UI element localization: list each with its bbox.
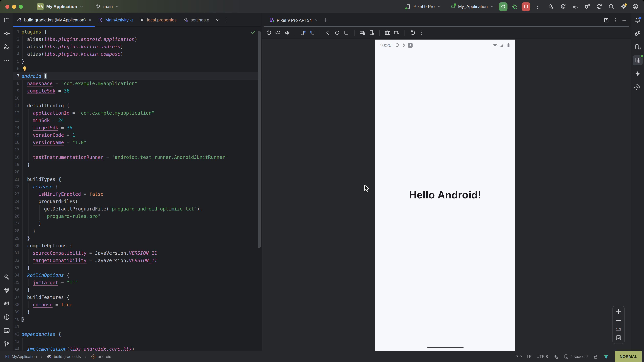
emulator-snapshot-reset-icon[interactable] <box>410 29 416 36</box>
emulator-device-settings-icon[interactable] <box>368 29 375 36</box>
emulator-nav-back-icon[interactable] <box>325 29 332 36</box>
code-line-27[interactable]: 27 ) <box>14 220 261 227</box>
run-configuration-selector[interactable]: My_Application <box>448 2 496 11</box>
unlocked-icon[interactable] <box>593 354 598 359</box>
tool-notifications-bell-icon[interactable] <box>634 17 641 23</box>
apply-code-icon[interactable] <box>572 3 578 10</box>
zoom-in-button[interactable] <box>613 308 624 316</box>
code-line-40[interactable]: 40} <box>14 316 261 323</box>
code-line-14[interactable]: 14 targetSdk = 36 <box>14 124 261 131</box>
maximize-window-button[interactable] <box>19 4 23 8</box>
tool-terminal-icon[interactable] <box>3 327 10 334</box>
emulator-rotate-right-icon[interactable] <box>309 29 315 36</box>
caret-position[interactable]: 7:9 <box>516 354 522 359</box>
code-line-18[interactable]: 18 testInstrumentationRunner = "androidx… <box>14 153 261 161</box>
code-line-1[interactable]: 1plugins { <box>14 28 261 35</box>
code-line-42[interactable]: 42dependencies { <box>14 331 261 338</box>
emulator-power-icon[interactable] <box>266 29 272 36</box>
code-line-15[interactable]: 15 versionCode = 1 <box>14 131 261 139</box>
more-vertical-icon[interactable] <box>612 17 618 23</box>
editor-scrollbar[interactable] <box>258 31 260 248</box>
code-line-43[interactable]: 43 <box>14 338 261 345</box>
code-line-35[interactable]: 35 jvmTarget = "11" <box>14 279 261 286</box>
code-line-16[interactable]: 16 versionName = "1.0" <box>14 139 261 146</box>
stop-button[interactable] <box>522 2 530 11</box>
attach-debugger-icon[interactable] <box>584 3 590 10</box>
hide-icon[interactable] <box>622 17 627 23</box>
editor-tab-build.gradle.kts[interactable]: Kbuild.gradle.kts (My Application)× <box>14 13 94 26</box>
indent-setting[interactable]: 2 spaces* <box>563 354 588 359</box>
project-widget[interactable]: MA My Application <box>35 2 86 11</box>
emulator-screenshot-icon[interactable] <box>384 29 391 36</box>
code-area[interactable]: 1plugins {2 alias(libs.plugins.android.a… <box>14 28 261 351</box>
more-run-options-button[interactable] <box>533 2 542 11</box>
code-line-5[interactable]: 5} <box>14 58 261 65</box>
build-hammer-icon[interactable] <box>548 3 554 10</box>
emulator-nav-home-icon[interactable] <box>334 29 340 36</box>
code-line-10[interactable]: 10 <box>14 94 261 102</box>
close-window-button[interactable] <box>5 4 10 8</box>
settings-gear-icon[interactable] <box>620 3 626 10</box>
code-line-36[interactable]: 36 } <box>14 286 261 294</box>
emulator-more-vertical-icon[interactable] <box>418 29 425 36</box>
code-line-29[interactable]: 29 } <box>14 235 261 242</box>
code-line-33[interactable]: 33 } <box>14 264 261 272</box>
rerun-button[interactable] <box>499 2 508 11</box>
device-selector[interactable]: Pixel 9 Pro <box>404 2 443 11</box>
code-line-44[interactable]: 44 implementation(libs.androidx.core.ktx… <box>14 345 261 351</box>
emulator-volume-down-icon[interactable] <box>284 29 290 36</box>
zoom-out-button[interactable] <box>613 317 624 324</box>
breadcrumb-item[interactable]: build.gradle.kts <box>54 354 81 359</box>
gesture-navigation-bar[interactable] <box>427 347 464 348</box>
emulator-rotate-left-icon[interactable] <box>300 29 306 36</box>
minimize-window-button[interactable] <box>12 4 16 8</box>
vcs-branch-widget[interactable]: main <box>94 2 121 11</box>
add-device-tab-button[interactable] <box>323 17 329 23</box>
code-line-41[interactable]: 41 <box>14 323 261 331</box>
close-device-tab-icon[interactable]: × <box>315 17 318 23</box>
sync-gradle-icon[interactable] <box>596 3 602 10</box>
tool-more-horizontal-icon[interactable] <box>3 57 10 64</box>
code-line-6[interactable]: 6 <box>14 65 261 72</box>
code-line-12[interactable]: 12 applicationId = "com.example.myapplic… <box>14 109 261 117</box>
tool-problems-icon[interactable] <box>3 314 10 321</box>
code-editor[interactable]: 1plugins {2 alias(libs.plugins.android.a… <box>14 27 261 351</box>
tool-gem-icon[interactable] <box>3 287 10 294</box>
ai-spark-off-icon[interactable] <box>553 354 558 359</box>
code-line-19[interactable]: 19 } <box>14 161 261 168</box>
editor-tab-local.properties[interactable]: local.properties <box>136 13 180 26</box>
vim-plugin-icon[interactable] <box>604 354 609 359</box>
breadcrumb-item[interactable]: android <box>98 354 111 359</box>
code-line-9[interactable]: 9 compileSdk = 36 <box>14 87 261 94</box>
apply-changes-icon[interactable]: A <box>560 3 566 10</box>
code-line-26[interactable]: 26 "proguard-rules.pro" <box>14 213 261 220</box>
open-in-window-icon[interactable] <box>604 17 609 23</box>
tool-git-branch-icon[interactable] <box>3 341 10 347</box>
editor-tab-settings.g[interactable]: Ksettings.g <box>180 13 213 26</box>
code-line-23[interactable]: 23 isMinifyEnabled = false <box>14 190 261 198</box>
emulator-input-devices-icon[interactable] <box>359 29 366 36</box>
tool-commit-icon[interactable] <box>3 30 10 37</box>
code-line-8[interactable]: 8 namespace = "com.example.myapplication… <box>14 80 261 87</box>
device-tab[interactable]: Pixel 9 Pro API 34 × <box>266 17 321 23</box>
inspections-ok-icon[interactable] <box>250 29 256 35</box>
code-line-4[interactable]: 4 alias(libs.plugins.kotlin.compose) <box>14 50 261 58</box>
tool-logcat-cat-icon[interactable] <box>3 300 10 307</box>
emulator-nav-overview-icon[interactable] <box>343 29 350 36</box>
code-line-20[interactable]: 20 <box>14 168 261 176</box>
code-line-17[interactable]: 17 <box>14 146 261 153</box>
code-line-13[interactable]: 13 minSdk = 24 <box>14 117 261 124</box>
code-line-2[interactable]: 2 alias(libs.plugins.android.application… <box>14 35 261 43</box>
code-line-30[interactable]: 30 compileOptions { <box>14 242 261 249</box>
code-line-3[interactable]: 3 alias(libs.plugins.kotlin.android) <box>14 43 261 50</box>
tool-build-hammer-icon[interactable] <box>3 274 10 280</box>
tool-plane-icon[interactable] <box>634 84 641 90</box>
breadcrumb-item[interactable]: MyApplication <box>12 354 37 359</box>
search-icon[interactable] <box>608 3 614 10</box>
intention-bulb-icon[interactable] <box>22 66 27 71</box>
profile-icon[interactable] <box>632 3 639 10</box>
tool-device-manager-icon[interactable] <box>634 43 641 50</box>
debug-button[interactable] <box>510 2 519 11</box>
editor-tab-MainActivity.kt[interactable]: MainActivity.kt <box>94 13 136 26</box>
code-line-25[interactable]: 25 getDefaultProguardFile("proguard-andr… <box>14 205 261 213</box>
